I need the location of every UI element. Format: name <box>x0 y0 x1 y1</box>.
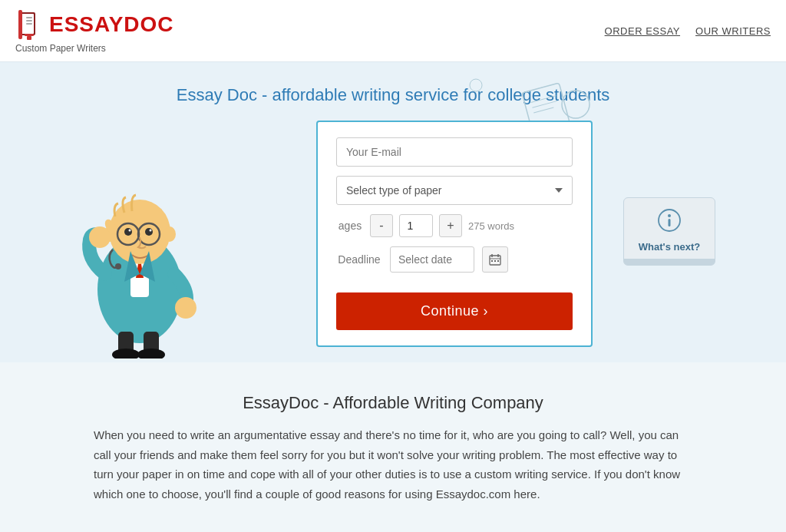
content-title: EssayDoc - Affordable Writing Company <box>94 393 692 413</box>
svg-point-25 <box>124 228 132 236</box>
svg-rect-5 <box>26 23 32 25</box>
whats-next-widget[interactable]: What's next? <box>623 197 715 266</box>
quantity-minus-button[interactable]: - <box>370 214 393 237</box>
svg-point-27 <box>129 230 131 232</box>
paper-type-select[interactable]: Select type of paper Essay Research Pape… <box>336 176 573 205</box>
quantity-input[interactable] <box>399 214 433 237</box>
hero-section: Essay Doc - affordable writing service f… <box>0 62 786 362</box>
deadline-row: Deadline <box>336 246 573 273</box>
content-body: When you need to write an argumentative … <box>94 425 692 504</box>
words-label: 275 words <box>468 220 514 232</box>
svg-line-11 <box>533 107 553 113</box>
svg-rect-6 <box>25 34 34 36</box>
svg-point-36 <box>115 263 121 269</box>
calendar-button[interactable] <box>482 246 508 273</box>
tagline: Custom Paper Writers <box>15 43 174 54</box>
pages-row: ages - + 275 words <box>336 214 573 237</box>
header: ESSAYDOC Custom Paper Writers ORDER ESSA… <box>0 0 786 62</box>
deadline-label: Deadline <box>336 253 382 266</box>
order-essay-link[interactable]: ORDER ESSAY <box>605 25 680 37</box>
date-input[interactable] <box>390 246 474 273</box>
svg-rect-43 <box>497 260 499 262</box>
svg-point-18 <box>137 349 165 359</box>
pages-group: ages - + 275 words <box>336 214 573 237</box>
pages-label: ages <box>336 220 364 232</box>
logo-text: ESSAYDOC <box>49 12 174 37</box>
hero-title: Essay Doc - affordable writing service f… <box>15 85 771 105</box>
svg-point-45 <box>668 214 671 217</box>
continue-button[interactable]: Continue › <box>336 292 573 330</box>
svg-rect-41 <box>491 260 493 262</box>
whats-next-label: What's next? <box>632 241 707 253</box>
svg-rect-7 <box>27 36 31 40</box>
email-group <box>336 137 573 167</box>
hero-content: Select type of paper Essay Research Pape… <box>48 121 738 347</box>
svg-rect-2 <box>18 10 22 39</box>
quantity-plus-button[interactable]: + <box>439 214 462 237</box>
logo: ESSAYDOC <box>15 8 174 41</box>
content-section: EssayDoc - Affordable Writing Company Wh… <box>78 362 708 532</box>
svg-rect-4 <box>26 20 32 21</box>
logo-area: ESSAYDOC Custom Paper Writers <box>15 8 174 54</box>
paper-type-group: Select type of paper Essay Research Pape… <box>336 176 573 205</box>
svg-point-17 <box>112 349 140 359</box>
logo-icon <box>15 8 43 41</box>
our-writers-link[interactable]: OUR WRITERS <box>695 25 771 37</box>
svg-rect-46 <box>669 219 671 226</box>
order-form-card: Select type of paper Essay Research Pape… <box>316 121 593 347</box>
deadline-group: Deadline <box>336 246 573 273</box>
nav-links: ORDER ESSAY OUR WRITERS <box>605 25 771 37</box>
email-input[interactable] <box>336 137 573 167</box>
svg-point-30 <box>163 226 176 242</box>
svg-point-33 <box>175 297 196 319</box>
svg-point-28 <box>150 230 152 232</box>
svg-point-26 <box>145 228 153 236</box>
svg-rect-3 <box>26 17 32 18</box>
whats-next-base <box>624 259 715 265</box>
character-illustration <box>63 113 216 359</box>
calendar-icon <box>489 253 501 266</box>
info-icon <box>632 209 707 236</box>
svg-rect-42 <box>494 260 496 262</box>
